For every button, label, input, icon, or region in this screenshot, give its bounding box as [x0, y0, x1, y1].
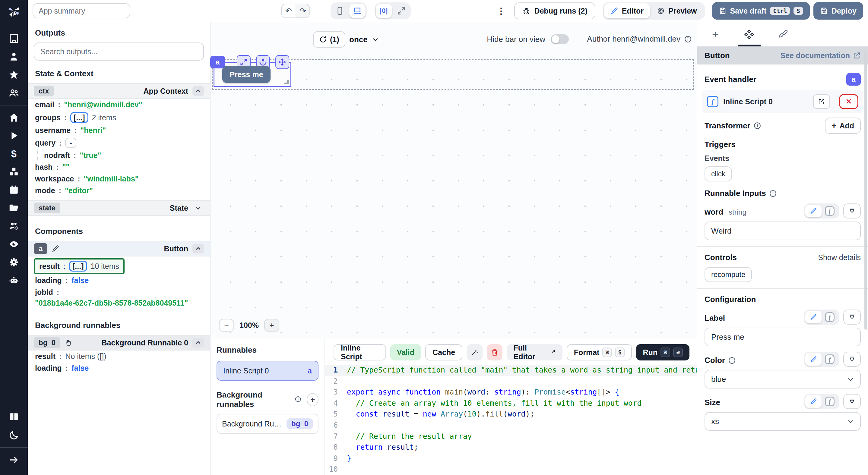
refresh-button[interactable]: (1) [313, 31, 345, 47]
ctx-row-username[interactable]: username:"henri" [28, 125, 210, 136]
styling-brush-tab[interactable] [766, 22, 800, 46]
code-line[interactable]: 7 // Return the result array [325, 431, 697, 442]
code-line[interactable]: 8 return result; [325, 442, 697, 453]
ai-bot-icon[interactable] [4, 271, 24, 289]
ctx-row-workspace[interactable]: workspace:"windmill-labs" [28, 173, 210, 185]
eval-mode-button[interactable]: f [822, 395, 838, 408]
favorites-star-icon[interactable] [4, 66, 24, 84]
button-component-a[interactable]: a Press me [214, 62, 291, 87]
preview-tab[interactable]: Preview [650, 3, 704, 19]
code-line[interactable]: 3export async function main(word: string… [325, 387, 697, 398]
code-editor[interactable]: 1// TypeScript function called "main" th… [325, 365, 697, 475]
resources-cubes-icon[interactable] [4, 163, 24, 181]
bg0-result-row[interactable]: result:No items ([]) [28, 350, 210, 362]
user-icon[interactable] [4, 47, 24, 66]
expand-array-chip[interactable]: [...] [69, 261, 87, 272]
docs-book-icon[interactable] [4, 408, 24, 426]
ctx-row-groups[interactable]: groups:[...]2 items [28, 111, 210, 125]
word-value-input[interactable] [705, 222, 861, 240]
home-icon[interactable] [4, 108, 24, 127]
component-a-section-header[interactable]: a Button [28, 241, 210, 257]
component-a-result-row[interactable]: result: [...] 10 items [34, 258, 125, 274]
more-options-kebab-icon[interactable]: ⋮ [492, 6, 510, 16]
component-settings-tab[interactable] [732, 22, 766, 46]
info-icon[interactable] [753, 122, 761, 130]
label-value-input[interactable] [705, 328, 861, 346]
undo-button[interactable]: ↶ [282, 4, 296, 18]
workspace-building-icon[interactable] [4, 30, 24, 47]
save-draft-button[interactable]: Save draft Ctrl S [712, 2, 810, 20]
component-a-jobid-row[interactable]: jobId: [28, 286, 210, 298]
ctx-row-mode[interactable]: mode:"editor" [28, 185, 210, 197]
full-editor-button[interactable]: Full Editor [507, 344, 562, 361]
size-select[interactable]: xs [705, 412, 861, 431]
settings-gear-icon[interactable] [4, 253, 24, 271]
ctx-row-email[interactable]: email:"henri@windmill.dev" [28, 99, 210, 111]
move-handle[interactable] [275, 55, 289, 69]
resize-handle[interactable] [284, 80, 289, 84]
connect-plug-button[interactable] [843, 203, 861, 218]
info-icon[interactable] [684, 35, 692, 43]
event-handler-script-row[interactable]: f Inline Script 0 ✕ [702, 91, 863, 113]
mobile-view-button[interactable] [332, 4, 348, 18]
recompute-chip[interactable]: recompute [705, 267, 752, 282]
ctx-row-hash[interactable]: hash:"" [28, 161, 210, 173]
code-line[interactable]: 5 const result = new Array(10).fill(word… [325, 409, 697, 420]
static-mode-button[interactable] [805, 395, 822, 408]
runs-play-icon[interactable] [4, 127, 24, 145]
format-button[interactable]: Format ⌘ S [567, 344, 632, 361]
remove-script-button[interactable]: ✕ [839, 94, 858, 109]
code-line[interactable]: 10 [325, 464, 697, 475]
static-mode-button[interactable] [805, 311, 822, 324]
show-details-link[interactable]: Show details [818, 253, 861, 262]
hide-bar-toggle[interactable] [551, 34, 569, 44]
eval-mode-button[interactable]: f [822, 353, 838, 366]
see-documentation-link[interactable]: See documentation [780, 51, 861, 60]
windmill-logo-icon[interactable] [0, 0, 28, 22]
deploy-button[interactable]: Deploy [813, 2, 863, 20]
info-icon[interactable] [728, 357, 736, 364]
bg0-collapse-button[interactable] [192, 338, 204, 347]
add-bg-runnable-button[interactable]: + [307, 393, 318, 406]
state-collapse-button[interactable] [192, 203, 204, 213]
info-icon[interactable] [294, 396, 302, 404]
ctx-collapse-button[interactable] [192, 86, 204, 96]
run-button[interactable]: Run ⌘ ⏎ [636, 344, 689, 361]
color-select[interactable]: blue [705, 370, 861, 388]
ai-wand-button[interactable] [467, 344, 483, 361]
eval-mode-button[interactable]: f [822, 205, 838, 217]
code-line[interactable]: 6 [325, 420, 697, 431]
add-transformer-button[interactable]: +Add [825, 117, 861, 134]
collapse-rail-arrow-icon[interactable] [4, 451, 24, 469]
debug-runs-button[interactable]: Debug runs (2) [514, 2, 595, 19]
rename-pencil-icon[interactable] [52, 245, 59, 252]
workers-user-cog-icon[interactable] [4, 217, 24, 235]
code-line[interactable]: 4 // Create an array with 10 elements, f… [325, 398, 697, 409]
component-a-loading-row[interactable]: loading:false [28, 275, 210, 286]
component-tag-badge[interactable]: a [210, 56, 225, 68]
app-summary-input[interactable] [33, 3, 130, 19]
info-icon[interactable] [769, 190, 777, 197]
bg0-section-header[interactable]: bg_0 Background Runnable 0 [28, 335, 210, 350]
schedules-calendar-icon[interactable] [4, 181, 24, 199]
static-mode-button[interactable] [805, 205, 822, 217]
center-layout-button[interactable]: |0| [376, 4, 392, 18]
connect-plug-button[interactable] [843, 394, 861, 409]
insert-component-tab[interactable]: + [699, 22, 732, 46]
code-line[interactable]: 1// TypeScript function called "main" th… [325, 365, 697, 376]
open-script-button[interactable] [813, 94, 830, 109]
ctx-section-header[interactable]: ctx App Context [28, 83, 210, 99]
schedule-mode-select[interactable]: once [349, 31, 379, 47]
script-name-button[interactable]: Inline Script [334, 344, 386, 361]
bg-runnable-item[interactable]: Background Runna... bg_0 [217, 414, 318, 434]
desktop-view-button[interactable] [349, 4, 366, 18]
code-line[interactable]: 9} [325, 453, 697, 464]
search-outputs-input[interactable] [34, 42, 204, 61]
groups-icon[interactable] [4, 84, 24, 102]
zoom-out-button[interactable]: − [219, 319, 234, 332]
eval-mode-button[interactable]: f [822, 311, 838, 324]
expand-array-chip[interactable]: [...] [70, 112, 88, 123]
app-canvas[interactable]: a Press me − 100% + [211, 57, 697, 339]
editor-tab[interactable]: Editor [604, 3, 650, 19]
press-me-button[interactable]: Press me [222, 66, 271, 83]
